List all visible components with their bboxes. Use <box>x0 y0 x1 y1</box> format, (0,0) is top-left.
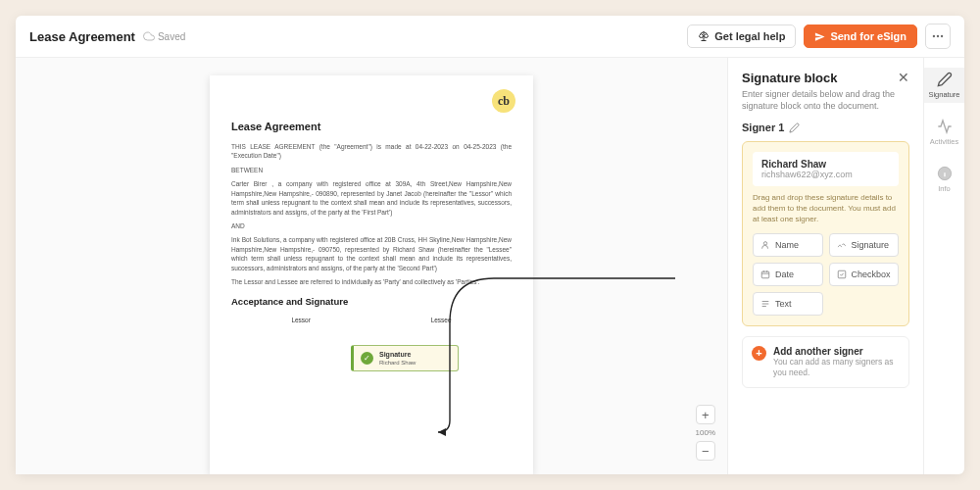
doc-and: AND <box>231 221 512 230</box>
scale-icon <box>698 30 710 42</box>
doc-paragraph: Ink Bot Solutions, a company with regist… <box>231 235 512 272</box>
svg-rect-4 <box>761 271 769 278</box>
saved-indicator: Saved <box>143 30 185 42</box>
doc-between: BETWEEN <box>231 166 512 174</box>
signer-label: Signer 1 <box>742 122 784 133</box>
checkbox-icon <box>837 270 847 279</box>
right-rail: Signature Activities Info <box>923 58 964 474</box>
send-for-esign-button[interactable]: Send for eSign <box>804 24 917 48</box>
activity-icon <box>937 119 953 134</box>
field-signature[interactable]: Signature <box>829 233 900 257</box>
signer-info[interactable]: Richard Shaw richshaw622@xyz.com <box>753 152 899 186</box>
panel-description: Enter signer details below and drag the … <box>742 88 909 112</box>
rail-info[interactable]: Info <box>924 162 964 197</box>
document-canvas[interactable]: cb Lease Agreement THIS LEASE AGREEMENT … <box>16 58 727 474</box>
zoom-in-button[interactable]: + <box>696 405 715 424</box>
zoom-controls: + 100% − <box>696 405 715 461</box>
info-icon <box>937 166 953 181</box>
doc-paragraph: The Lessor and Lessee are referred to in… <box>231 277 512 286</box>
signer-help: Drag and drop these signature details to… <box>753 193 899 224</box>
document-title: Lease Agreement <box>29 29 135 44</box>
rail-activities[interactable]: Activities <box>924 115 964 150</box>
get-legal-help-button[interactable]: Get legal help <box>687 24 796 48</box>
svg-point-3 <box>763 241 766 244</box>
field-date[interactable]: Date <box>753 263 823 286</box>
zoom-out-button[interactable]: − <box>696 441 715 461</box>
dots-icon <box>931 29 945 43</box>
doc-paragraph: THIS LEASE AGREEMENT (the "Agreement") i… <box>231 142 512 161</box>
field-checkbox[interactable]: Checkbox <box>829 263 900 286</box>
signature-icon <box>837 240 847 250</box>
document-page: cb Lease Agreement THIS LEASE AGREEMENT … <box>210 75 533 474</box>
close-panel-button[interactable]: ✕ <box>898 70 909 85</box>
cloud-icon <box>143 30 155 42</box>
svg-point-0 <box>933 35 935 37</box>
field-name[interactable]: Name <box>753 233 823 257</box>
text-icon <box>760 299 770 309</box>
doc-heading-2: Acceptance and Signature <box>231 296 512 307</box>
send-icon <box>814 31 825 42</box>
svg-point-1 <box>937 35 939 37</box>
person-icon <box>760 240 770 250</box>
rail-signature[interactable]: Signature <box>924 68 964 103</box>
panel-title: Signature block <box>742 71 838 85</box>
field-text[interactable]: Text <box>753 292 823 316</box>
lessor-col: Lessor <box>291 317 311 323</box>
signature-panel: Signature block ✕ Enter signer details b… <box>727 58 923 474</box>
plus-icon: + <box>752 346 766 361</box>
company-logo: cb <box>492 89 515 113</box>
more-menu-button[interactable] <box>925 24 951 49</box>
edit-icon[interactable] <box>789 122 800 133</box>
calendar-icon <box>760 270 770 279</box>
signer-card: Richard Shaw richshaw622@xyz.com Drag an… <box>742 141 909 325</box>
pen-icon <box>937 72 953 87</box>
check-icon: ✓ <box>361 352 373 365</box>
doc-paragraph: Carter Birer , a company with registered… <box>231 179 512 217</box>
doc-heading: Lease Agreement <box>231 121 512 132</box>
svg-point-2 <box>941 35 943 37</box>
placed-signature-block[interactable]: ✓ Signature Richard Shaw <box>351 345 459 371</box>
topbar: Lease Agreement Saved Get legal help Sen… <box>16 16 964 58</box>
svg-rect-5 <box>838 270 846 278</box>
lessee-col: Lessee <box>431 317 452 323</box>
add-signer-button[interactable]: + Add another signer You can add as many… <box>742 336 909 388</box>
zoom-level: 100% <box>696 428 715 437</box>
